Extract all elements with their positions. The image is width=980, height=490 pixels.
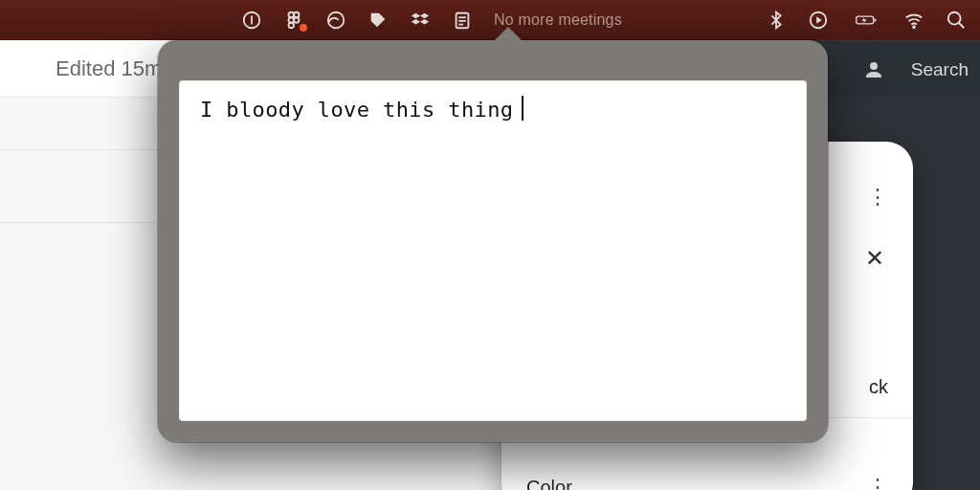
svg-rect-17 <box>874 19 876 22</box>
panel-color-label[interactable]: Color <box>526 477 572 491</box>
notepad-menubar-icon[interactable] <box>452 10 473 31</box>
play-circle-icon[interactable] <box>808 10 829 31</box>
svg-point-5 <box>294 17 300 23</box>
svg-point-18 <box>913 26 915 28</box>
popover-arrow-icon <box>495 27 522 40</box>
svg-point-6 <box>289 23 295 29</box>
wifi-icon[interactable] <box>903 10 924 31</box>
panel-label-truncated: ck <box>869 376 888 398</box>
notification-dot-icon <box>300 24 307 32</box>
onepassword-icon[interactable] <box>241 10 262 31</box>
text-cursor-icon <box>522 96 523 121</box>
notepad-popover: I bloody love this thing <box>158 40 828 442</box>
toolbar-search-label[interactable]: Search <box>911 59 969 80</box>
panel-more-icon[interactable]: ⋮ <box>867 185 888 210</box>
notepad-textarea[interactable]: I bloody love this thing <box>179 80 807 421</box>
panel-color-more-icon[interactable]: ⋮ <box>867 475 888 490</box>
svg-point-19 <box>948 12 961 25</box>
account-icon[interactable] <box>861 57 886 82</box>
notepad-text-area-container: I bloody love this thing <box>179 80 807 421</box>
cloud-sync-icon[interactable] <box>325 10 346 31</box>
tag-icon[interactable] <box>368 10 389 31</box>
panel-close-button[interactable]: ✕ <box>865 245 888 272</box>
svg-line-20 <box>959 23 965 29</box>
macos-menubar: No more meetings <box>0 0 980 40</box>
bluetooth-icon[interactable] <box>766 10 787 31</box>
figma-icon[interactable] <box>283 10 304 31</box>
battery-charging-icon[interactable] <box>850 10 882 31</box>
dropbox-icon[interactable] <box>410 10 431 31</box>
edited-timestamp: Edited 15m <box>0 56 162 81</box>
spotlight-search-icon[interactable] <box>946 10 967 31</box>
